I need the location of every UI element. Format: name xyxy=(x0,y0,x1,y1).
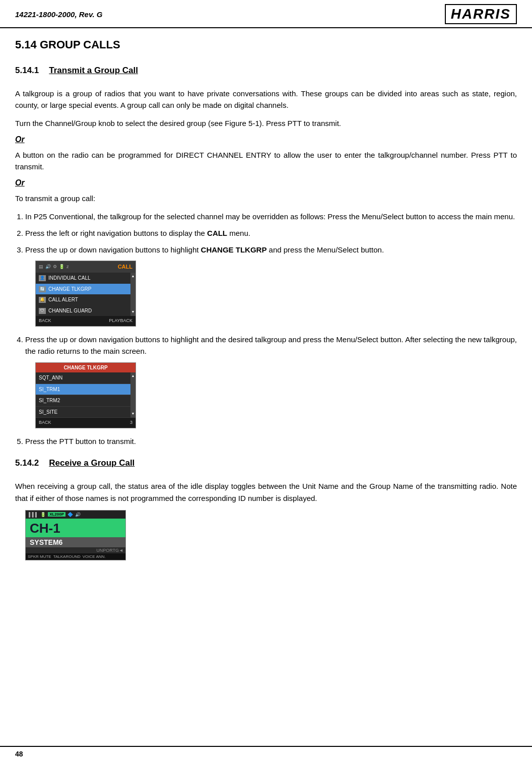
menu-item-si-trm1: SI_TRM1 xyxy=(36,384,136,396)
call-bold: CALL xyxy=(207,229,227,237)
change-tlkgrp-icon: 🔄 xyxy=(39,286,46,292)
spkr-mute-label: SPKR MUTE xyxy=(28,554,51,559)
screen-bottom-bar-2: BACK 3 xyxy=(36,418,136,428)
playback-label: PLAYBACK xyxy=(109,318,132,325)
back-label-1: BACK xyxy=(39,318,51,325)
subsection-number-5142: 5.14.2 xyxy=(15,458,39,468)
screen3-topbar: ▌▌▌ 🔋 XL200P 🔷 🔊 xyxy=(26,511,125,519)
change-tlkgrp-title: CHANGE TLKGRP xyxy=(36,363,136,373)
para-talkgroup-intro: A talkgroup is a group of radios that yo… xyxy=(15,88,517,111)
menu-item-si-trm2: SI_TRM2 xyxy=(36,395,136,407)
screen-image-1: ▤ 🔊 ⚙ 🔋 z CALL 👤 INDIVIDUAL CALL � xyxy=(35,261,136,327)
menu-item-si-site: SI_SITE xyxy=(36,407,136,418)
menu-item-change-tlkgrp: 🔄 CHANGE TLKGRP xyxy=(36,284,136,295)
para-receive-group: When receiving a group call, the status … xyxy=(15,480,517,504)
section-title: 5.14 GROUP CALLS xyxy=(15,38,517,51)
screen-bottom-bar-1: BACK PLAYBACK xyxy=(36,316,136,326)
unport-label: UNPORTG◄ xyxy=(26,547,125,553)
step-1: In P25 Conventional, the talkgroup for t… xyxy=(25,211,517,222)
scroll-down-arrow: ▼ xyxy=(131,309,135,315)
page-number: 48 xyxy=(15,750,23,758)
scroll2-up-arrow: ▲ xyxy=(131,373,135,379)
channel-label: CH-1 xyxy=(26,519,125,537)
main-content: 5.14 GROUP CALLS 5.14.1 Transmit a Group… xyxy=(0,28,532,598)
subsection-5141: 5.14.1 Transmit a Group Call A talkgroup… xyxy=(15,60,517,447)
or-text-2: Or xyxy=(15,178,517,187)
screen3-bottombar: SPKR MUTE TALKAROUND VOICE ANN. xyxy=(26,553,125,560)
scroll2-down-arrow: ▼ xyxy=(131,411,135,417)
screen-top-bar-1: ▤ 🔊 ⚙ 🔋 z CALL xyxy=(36,261,136,273)
step-3: Press the up or down navigation buttons … xyxy=(25,244,517,327)
speaker-icon: 🔊 xyxy=(75,512,81,517)
battery-icon: 🔋 xyxy=(40,512,46,517)
page-num-label: 3 xyxy=(130,419,132,426)
system-label: SYSTEM6 xyxy=(26,537,125,547)
xl200p-label: XL200P xyxy=(48,512,65,517)
para-channel-knob: Turn the Channel/Group knob to select th… xyxy=(15,117,517,129)
step-5: Press the PTT button to transmit. xyxy=(25,435,517,447)
harris-logo: HARRIS xyxy=(445,4,517,24)
step-2: Press the left or right navigation butto… xyxy=(25,227,517,239)
channel-guard-icon: 🛡 xyxy=(39,308,46,314)
call-alert-icon: 🔔 xyxy=(39,297,46,303)
screen-image-2: CHANGE TLKGRP SQT_ANN SI_TRM1 SI_TRM2 SI… xyxy=(35,362,136,428)
change-tlkgrp-smallcaps: CHANGE TLKGRP xyxy=(201,245,267,254)
bluetooth-icon: 🔷 xyxy=(68,512,73,517)
document-title: 14221-1800-2000, Rev. G xyxy=(15,10,102,19)
subsection-title-5142: Receive a Group Call xyxy=(49,458,135,468)
subsection-header-5141: 5.14.1 Transmit a Group Call xyxy=(15,60,517,82)
menu-item-individual-call: 👤 INDIVIDUAL CALL xyxy=(36,273,136,284)
subsection-number-5141: 5.14.1 xyxy=(15,66,39,76)
call-label: CALL xyxy=(118,263,132,271)
or-text-1: Or xyxy=(15,135,517,144)
subsection-5142: 5.14.2 Receive a Group Call When receivi… xyxy=(15,453,517,560)
page-header: 14221-1800-2000, Rev. G HARRIS xyxy=(0,0,532,28)
menu-item-call-alert: 🔔 CALL ALERT xyxy=(36,294,136,305)
screen-image-3: ▌▌▌ 🔋 XL200P 🔷 🔊 CH-1 SYSTEM6 UNPORTG◄ S… xyxy=(25,510,126,560)
signal-icon: ▌▌▌ xyxy=(29,512,38,517)
para-direct-channel: A button on the radio can be programmed … xyxy=(15,149,517,173)
scroll-up-arrow: ▲ xyxy=(131,274,135,279)
page-footer: 48 xyxy=(0,746,532,761)
voice-ann-label: VOICE ANN. xyxy=(83,554,106,559)
subsection-title-5141: Transmit a Group Call xyxy=(49,66,138,76)
menu-item-channel-guard: 🛡 CHANNEL GUARD xyxy=(36,305,136,316)
subsection-header-5142: 5.14.2 Receive a Group Call xyxy=(15,453,517,474)
steps-list: In P25 Conventional, the talkgroup for t… xyxy=(25,211,517,448)
para-transmit-group: To transmit a group call: xyxy=(15,193,517,204)
individual-call-icon: 👤 xyxy=(39,275,46,281)
step-4: Press the up or down navigation buttons … xyxy=(25,334,517,428)
menu-item-sqt-ann: SQT_ANN xyxy=(36,372,136,384)
talkaround-label: TALKAROUND xyxy=(53,554,81,559)
back-label-2: BACK xyxy=(39,419,51,426)
